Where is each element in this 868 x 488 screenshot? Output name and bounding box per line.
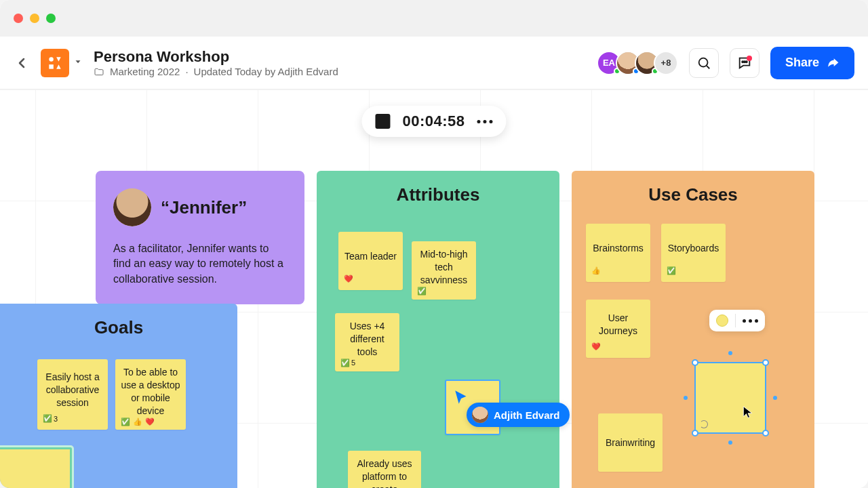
folder-name[interactable]: Marketing 2022 <box>110 66 180 77</box>
updated-text: Updated Today by Adjith Edvard <box>194 66 338 77</box>
resize-handle[interactable] <box>692 359 698 366</box>
window-close-dot[interactable] <box>14 14 23 23</box>
color-picker-button[interactable] <box>716 314 728 327</box>
sticky-reactions[interactable]: ✅ <box>417 287 471 296</box>
svg-line-6 <box>707 66 709 68</box>
column-title: Use Cases <box>585 184 801 205</box>
cursor-user-name: Adjith Edvard <box>494 409 560 421</box>
sticky-note[interactable]: Mid-to-high tech savvinness ✅ <box>412 241 476 300</box>
sticky-note[interactable]: Team leader ❤️ <box>338 232 403 290</box>
toolbar-separator <box>735 314 736 327</box>
sticky-note[interactable]: Brainstorms 👍 <box>586 224 650 282</box>
timer-value: 00:04:58 <box>402 113 465 130</box>
sticky-text: Already uses platform to create <box>353 458 416 488</box>
notification-dot-icon <box>747 56 752 61</box>
alignment-guide-dot <box>728 441 732 445</box>
sticky-text: User Journeys <box>591 306 645 342</box>
app-header: Persona Workshop Marketing 2022 · Update… <box>0 37 868 89</box>
collaborator-avatars[interactable]: EA +8 <box>602 51 678 75</box>
sticky-reactions[interactable]: ✅👍❤️ <box>121 418 180 426</box>
sticky-text: Uses +4 different tools <box>340 320 394 359</box>
column-title: Attributes <box>330 184 546 205</box>
window-titlebar <box>0 0 868 37</box>
sticky-toolbar[interactable] <box>709 310 765 331</box>
document-subtitle: Marketing 2022 · Updated Today by Adjith… <box>94 66 338 77</box>
share-arrow-icon <box>826 56 840 70</box>
remote-cursor-icon <box>453 389 471 409</box>
persona-description: As a facilitator, Jennifer wants to find… <box>113 241 287 287</box>
search-button[interactable] <box>689 48 719 78</box>
search-icon <box>696 56 711 70</box>
svg-rect-2 <box>49 64 54 69</box>
sticky-note[interactable]: Storyboards ✅ <box>661 224 726 282</box>
alignment-guide-dot <box>773 396 777 400</box>
sticky-reactions[interactable]: ❤️ <box>344 274 397 283</box>
persona-name: “Jennifer” <box>161 197 247 218</box>
rotate-handle[interactable] <box>700 420 708 428</box>
sticky-reactions[interactable]: ✅ 3 <box>43 414 102 423</box>
window-minimize-dot[interactable] <box>30 14 39 23</box>
document-title[interactable]: Persona Workshop <box>94 48 338 66</box>
sticky-note-selected[interactable] <box>694 362 766 434</box>
sticky-text: Mid-to-high tech savvinness <box>417 248 471 287</box>
sticky-reactions[interactable]: 👍 <box>591 266 645 275</box>
svg-marker-3 <box>56 64 61 69</box>
app-icon[interactable] <box>41 49 69 77</box>
svg-point-9 <box>746 61 747 62</box>
sticky-note[interactable]: User Journeys ❤️ <box>586 300 650 358</box>
comments-button[interactable] <box>730 48 760 78</box>
sticky-text: Brainwriting <box>604 420 657 465</box>
whiteboard-canvas[interactable]: 00:04:58 “Jennifer” As a facilitator, Je… <box>0 89 868 488</box>
sticky-text: Brainstorms <box>591 230 645 266</box>
sticky-note-selected-remote[interactable] <box>0 447 72 488</box>
timer-stop-button[interactable] <box>375 114 390 129</box>
alignment-guide-dot <box>728 351 732 355</box>
resize-handle[interactable] <box>762 359 769 366</box>
sticky-note[interactable]: Brainwriting <box>598 413 663 472</box>
mouse-cursor-icon <box>741 405 755 422</box>
sticky-reactions[interactable]: ✅ 5 <box>340 359 394 367</box>
sticky-text: To be able to use a desktop or mobile de… <box>121 366 180 418</box>
svg-marker-1 <box>56 57 61 62</box>
sticky-note[interactable]: Uses +4 different tools ✅ 5 <box>335 313 399 371</box>
sticky-text: Team leader <box>344 239 397 274</box>
share-button[interactable]: Share <box>770 47 854 79</box>
sticky-reactions[interactable]: ❤️ <box>591 342 645 351</box>
resize-handle[interactable] <box>692 430 698 436</box>
remote-cursor-label: Adjith Edvard <box>467 403 570 427</box>
svg-point-5 <box>699 58 708 66</box>
app-menu-caret-icon[interactable] <box>73 57 83 69</box>
column-title: Goals <box>14 317 224 338</box>
window-zoom-dot[interactable] <box>46 14 56 23</box>
timer-widget[interactable]: 00:04:58 <box>361 106 506 137</box>
sticky-note[interactable]: Already uses platform to create <box>348 451 421 488</box>
svg-marker-4 <box>76 60 81 63</box>
cursor-user-avatar <box>472 407 488 423</box>
timer-more-button[interactable] <box>477 120 493 123</box>
sticky-note[interactable]: Easily host a collaborative session ✅ 3 <box>37 359 108 430</box>
sticky-text: Easily host a collaborative session <box>43 366 102 414</box>
sticky-note[interactable]: To be able to use a desktop or mobile de… <box>115 359 186 430</box>
folder-icon <box>94 66 104 77</box>
sticky-reactions[interactable]: ✅ <box>667 266 720 275</box>
sticky-more-button[interactable] <box>743 319 758 323</box>
resize-handle[interactable] <box>762 430 769 436</box>
avatar-more[interactable]: +8 <box>654 51 678 75</box>
back-button[interactable] <box>14 55 30 71</box>
sticky-text: Storyboards <box>667 230 720 266</box>
persona-card[interactable]: “Jennifer” As a facilitator, Jennifer wa… <box>96 171 304 304</box>
svg-point-0 <box>49 57 54 62</box>
alignment-guide-dot <box>684 396 688 400</box>
persona-avatar <box>113 188 151 226</box>
